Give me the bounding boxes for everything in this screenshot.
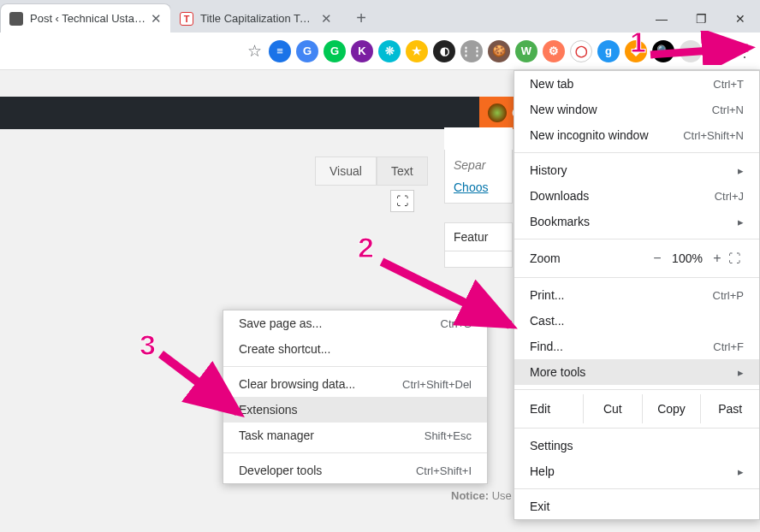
annotation-1: 1	[630, 26, 646, 59]
menu-new-tab[interactable]: New tabCtrl+T	[514, 71, 759, 97]
menu-separator	[223, 452, 487, 453]
menu-downloads[interactable]: DownloadsCtrl+J	[514, 183, 759, 209]
close-window-button[interactable]: ✕	[721, 5, 760, 33]
menu-separator	[514, 239, 759, 239]
menu-bookmarks[interactable]: Bookmarks▸	[514, 209, 759, 234]
tab-active[interactable]: Post ‹ Technical Ustad - ✕	[0, 3, 171, 33]
choose-link[interactable]: Choos	[444, 180, 513, 204]
menu-edit-row: Edit Cut Copy Past	[514, 394, 759, 423]
menu-separator	[514, 152, 759, 153]
arrow-2	[377, 253, 522, 339]
zoom-label: Zoom	[530, 251, 646, 265]
menu-new-incognito[interactable]: New incognito windowCtrl+Shift+N	[514, 122, 759, 148]
chevron-right-icon: ▸	[738, 164, 744, 177]
menu-separator	[514, 389, 759, 390]
maximize-button[interactable]: ❐	[681, 5, 721, 33]
window-controls: — ❐ ✕	[642, 5, 760, 33]
plugin-icon	[488, 103, 507, 122]
menu-settings[interactable]: Settings	[514, 433, 759, 458]
menu-new-window[interactable]: New windowCtrl+N	[514, 97, 759, 122]
admin-bar	[0, 97, 479, 129]
svg-line-0	[650, 48, 748, 55]
ext-g-blue[interactable]: g	[597, 40, 620, 62]
favicon-1	[9, 12, 23, 26]
favicon-2: T	[180, 12, 193, 26]
menu-separator	[514, 488, 759, 489]
chevron-right-icon: ▸	[738, 366, 744, 379]
svg-line-2	[161, 354, 238, 412]
ext-hubspot[interactable]: ⚙	[543, 40, 565, 62]
featured-box-title: Featur	[444, 222, 513, 251]
chevron-right-icon: ▸	[738, 216, 744, 228]
zoom-value: 100%	[668, 251, 706, 265]
submenu-dev-tools[interactable]: Developer toolsCtrl+Shift+I	[223, 458, 487, 483]
svg-line-1	[382, 262, 510, 325]
ext-google-translate[interactable]: G	[296, 40, 318, 62]
zoom-out-button[interactable]: −	[646, 251, 668, 266]
menu-zoom-row: Zoom − 100% + ⛶	[514, 244, 759, 273]
sidebar-column: Separ Choos Featur	[444, 127, 513, 268]
submenu-task-manager[interactable]: Task managerShift+Esc	[223, 423, 487, 448]
tab-visual[interactable]: Visual	[315, 157, 377, 186]
close-icon[interactable]: ✕	[321, 11, 332, 27]
chrome-main-menu: New tabCtrl+T New windowCtrl+N New incog…	[514, 70, 760, 520]
ext-green-w[interactable]: W	[515, 40, 537, 62]
arrow-3	[156, 347, 250, 424]
fullscreen-icon[interactable]: ⛶	[390, 190, 414, 212]
menu-separator	[514, 428, 759, 429]
separate-text: Separ	[444, 150, 513, 180]
tab-text[interactable]: Text	[377, 157, 428, 186]
edit-paste[interactable]: Past	[700, 394, 759, 423]
ext-yellow-star[interactable]: ★	[406, 40, 428, 62]
submenu-clear-data[interactable]: Clear browsing data...Ctrl+Shift+Del	[223, 371, 487, 397]
arrow-1	[647, 31, 758, 65]
edit-cut[interactable]: Cut	[583, 394, 642, 423]
menu-help[interactable]: Help▸	[514, 458, 759, 484]
ext-blue-lines[interactable]: ≡	[269, 40, 291, 62]
menu-find[interactable]: Find...Ctrl+F	[514, 334, 759, 359]
menu-more-tools[interactable]: More tools▸	[514, 359, 759, 385]
ext-k[interactable]: K	[351, 40, 373, 62]
ext-grammarly[interactable]: G	[324, 40, 346, 62]
menu-cast[interactable]: Cast...	[514, 308, 759, 334]
bookmark-star-icon[interactable]: ☆	[247, 41, 262, 61]
edit-copy[interactable]: Copy	[642, 394, 701, 423]
chevron-right-icon: ▸	[738, 465, 744, 478]
annotation-2: 2	[358, 231, 374, 264]
submenu-extensions[interactable]: Extensions	[223, 397, 487, 423]
close-icon[interactable]: ✕	[151, 11, 162, 27]
ext-pokeball[interactable]: ◯	[570, 40, 592, 62]
editor-tabs: Visual Text	[315, 157, 428, 186]
ext-cookie[interactable]: 🍪	[488, 40, 510, 62]
tab-title-1: Post ‹ Technical Ustad -	[30, 12, 145, 25]
notice-label: Notice:	[451, 489, 489, 502]
menu-separator	[223, 366, 487, 367]
new-tab-button[interactable]: +	[349, 6, 373, 30]
annotation-3: 3	[140, 328, 156, 362]
tab-inactive[interactable]: T Title Capitalization Tool - Capitali ✕	[170, 3, 341, 33]
fullscreen-button[interactable]: ⛶	[728, 251, 744, 265]
tab-title-2: Title Capitalization Tool - Capitali	[200, 12, 316, 25]
minimize-button[interactable]: —	[642, 5, 681, 33]
ext-dark[interactable]: ◐	[433, 40, 455, 62]
menu-exit[interactable]: Exit	[514, 494, 759, 519]
ext-teal-star[interactable]: ❊	[378, 40, 401, 62]
ext-grid[interactable]: ⋮⋮	[460, 40, 483, 62]
zoom-in-button[interactable]: +	[706, 251, 728, 266]
empty-box	[444, 127, 513, 150]
menu-history[interactable]: History▸	[514, 157, 759, 183]
edit-label: Edit	[530, 402, 583, 416]
submenu-create-shortcut[interactable]: Create shortcut...	[223, 336, 487, 362]
menu-print[interactable]: Print...Ctrl+P	[514, 282, 759, 308]
menu-separator	[514, 277, 759, 278]
